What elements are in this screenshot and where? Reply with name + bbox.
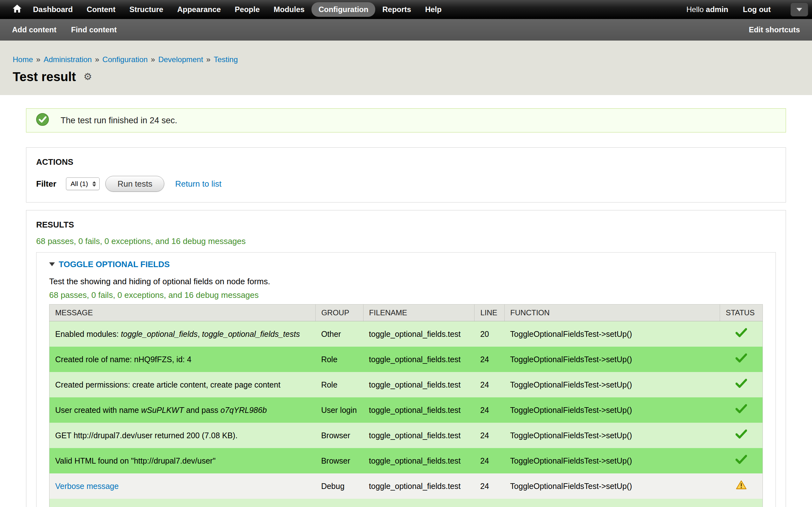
toolbar-item-help[interactable]: Help: [418, 2, 449, 17]
select-arrows-icon: [92, 181, 96, 187]
home-button[interactable]: [8, 0, 26, 19]
message-text: Created role of name: nHQ9fFZS, id: 4: [55, 355, 191, 364]
table-row: User created with name wSuPLKWT and pass…: [49, 397, 763, 423]
filter-select[interactable]: All (1): [66, 177, 100, 190]
logout-link[interactable]: Log out: [743, 5, 771, 14]
home-icon: [12, 4, 22, 15]
verbose-message-link[interactable]: Verbose message: [55, 482, 119, 491]
check-icon: [735, 404, 747, 413]
cell-group: Browser: [315, 448, 363, 473]
cell-filename: toggle_optional_fields.test: [363, 397, 474, 423]
toolbar-item-content[interactable]: Content: [80, 2, 122, 17]
cell-status: [720, 448, 763, 473]
shortcut-bar: Add contentFind content Edit shortcuts: [0, 19, 812, 41]
shortcut-menu: Add contentFind content: [12, 25, 117, 34]
warning-icon: [736, 480, 747, 490]
shortcut-add-content[interactable]: Add content: [12, 25, 56, 34]
toolbar-item-appearance[interactable]: Appearance: [170, 2, 228, 17]
cell-group: User login: [315, 397, 363, 423]
cell-function: ToggleOptionalFieldsTest->setUp(): [504, 423, 720, 448]
check-icon: [735, 429, 747, 439]
message-emphasis: o7qYRL986b: [220, 406, 267, 414]
chevron-down-icon: [797, 8, 802, 11]
cell-message: Valid HTML found on "http://drupal7.dev/…: [49, 448, 316, 473]
shortcut-find-content[interactable]: Find content: [71, 25, 117, 34]
toolbar-item-configuration[interactable]: Configuration: [311, 2, 375, 17]
results-table-header-row: MESSAGEGROUPFILENAMELINEFUNCTIONSTATUS: [49, 304, 763, 321]
toolbar-item-structure[interactable]: Structure: [122, 2, 170, 17]
breadcrumb-link-configuration[interactable]: Configuration: [102, 55, 148, 64]
cell-line: 24: [474, 347, 504, 372]
run-tests-button[interactable]: Run tests: [105, 176, 164, 192]
table-row: Created permissions: create article cont…: [49, 372, 763, 397]
column-header-line: LINE: [474, 304, 504, 321]
message-text: and pass: [184, 406, 220, 414]
cell-line: 24: [474, 448, 504, 473]
cell-group: Other: [315, 321, 363, 347]
breadcrumb-link-administration[interactable]: Administration: [44, 55, 92, 64]
breadcrumb-separator: »: [151, 55, 155, 64]
cell-line: 24: [474, 423, 504, 448]
cell-status: [720, 321, 763, 347]
message-text: Valid HTML found on "http://drupal7.dev/…: [55, 456, 216, 465]
table-row: [49, 499, 763, 507]
toolbar-toggle-button[interactable]: [791, 3, 808, 16]
table-row: Valid HTML found on "http://drupal7.dev/…: [49, 448, 763, 473]
actions-fieldset: ACTIONS Filter All (1) Run tests Return …: [26, 147, 786, 203]
cell-group: Browser: [315, 423, 363, 448]
cell-group: Role: [315, 372, 363, 397]
table-row: Created role of name: nHQ9fFZS, id: 4Rol…: [49, 347, 763, 372]
filter-label: Filter: [36, 179, 56, 189]
message-text: Enabled modules:: [55, 330, 121, 338]
cell-function: ToggleOptionalFieldsTest->setUp(): [504, 321, 720, 347]
page-header: Home»Administration»Configuration»Develo…: [0, 41, 812, 95]
cell-filename: toggle_optional_fields.test: [363, 347, 474, 372]
return-to-list-link[interactable]: Return to list: [175, 179, 221, 189]
cell-message: Created role of name: nHQ9fFZS, id: 4: [49, 347, 316, 372]
admin-toolbar: DashboardContentStructureAppearancePeopl…: [0, 0, 812, 19]
cell-line: 24: [474, 473, 504, 499]
column-header-filename: FILENAME: [363, 304, 474, 321]
toolbar-item-reports[interactable]: Reports: [375, 2, 418, 17]
toolbar-item-dashboard[interactable]: Dashboard: [26, 2, 80, 17]
column-header-status: STATUS: [720, 304, 763, 321]
page-title-row: Test result ⚙: [13, 68, 799, 85]
cell-message: [49, 499, 316, 507]
cell-status: [720, 499, 763, 507]
cell-message: Enabled modules: toggle_optional_fields,…: [49, 321, 316, 347]
breadcrumb-separator: »: [95, 55, 99, 64]
cell-message: GET http://drupal7.dev/user returned 200…: [49, 423, 316, 448]
breadcrumb-link-home[interactable]: Home: [13, 55, 33, 64]
cell-function: ToggleOptionalFieldsTest->setUp(): [504, 473, 720, 499]
test-group-summary: 68 passes, 0 fails, 0 exceptions, and 16…: [49, 290, 763, 300]
test-group-legend-link[interactable]: TOGGLE OPTIONAL FIELDS: [59, 260, 170, 269]
test-group-fieldset: TOGGLE OPTIONAL FIELDS Test the showing …: [36, 252, 776, 507]
actions-legend: ACTIONS: [36, 157, 776, 167]
collapse-arrow-icon: [49, 262, 55, 266]
cell-filename: toggle_optional_fields.test: [363, 372, 474, 397]
column-header-message: MESSAGE: [49, 304, 316, 321]
breadcrumb-separator: »: [36, 55, 40, 64]
toolbar-item-people[interactable]: People: [228, 2, 267, 17]
column-header-function: FUNCTION: [504, 304, 720, 321]
cell-filename: toggle_optional_fields.test: [363, 423, 474, 448]
status-message: The test run finished in 24 sec.: [26, 108, 786, 132]
cell-status: [720, 372, 763, 397]
cell-function: [504, 499, 720, 507]
results-fieldset: RESULTS 68 passes, 0 fails, 0 exceptions…: [26, 210, 786, 507]
toolbar-menu: DashboardContentStructureAppearancePeopl…: [26, 2, 449, 17]
breadcrumb-link-testing[interactable]: Testing: [214, 55, 238, 64]
cell-line: [474, 499, 504, 507]
cell-group: [315, 499, 363, 507]
cell-line: 20: [474, 321, 504, 347]
message-emphasis: toggle_optional_fields_tests: [202, 330, 300, 338]
filter-select-value: All (1): [71, 180, 88, 187]
edit-shortcuts-link[interactable]: Edit shortcuts: [749, 25, 800, 34]
breadcrumb-link-development[interactable]: Development: [158, 55, 203, 64]
gear-icon[interactable]: ⚙: [84, 68, 92, 85]
cell-message: Verbose message: [49, 473, 316, 499]
toolbar-item-modules[interactable]: Modules: [267, 2, 311, 17]
test-group-legend: TOGGLE OPTIONAL FIELDS: [49, 260, 763, 269]
results-table-body: Enabled modules: toggle_optional_fields,…: [49, 321, 763, 507]
table-row: Verbose messageDebugtoggle_optional_fiel…: [49, 473, 763, 499]
